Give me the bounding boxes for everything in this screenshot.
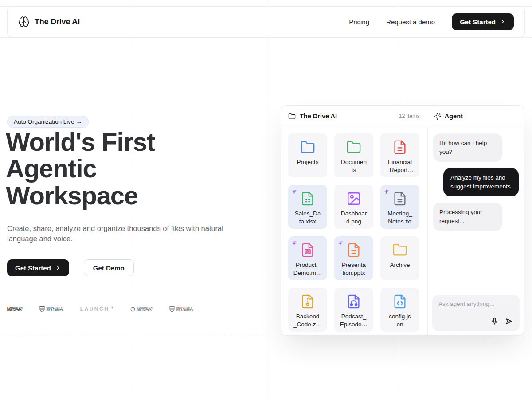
ai-sparkle-icon (292, 188, 297, 196)
hero-get-demo-label: Get Demo (93, 264, 125, 272)
shield-icon (39, 306, 45, 312)
file-tile[interactable]: Podcast_ Episode… (334, 288, 373, 332)
ai-sparkle-icon (338, 239, 343, 247)
file-text-icon (346, 242, 361, 258)
folder-icon (288, 113, 296, 120)
drive-panel-header: The Drive AI 12 items (281, 113, 427, 120)
folder-icon (346, 139, 361, 155)
agent-chat-panel: Hi! how can I help you?Analyze my files … (427, 127, 524, 335)
file-tile[interactable]: Presenta tion.pptx (334, 236, 373, 280)
file-label: Backend _Code.z… (293, 313, 322, 328)
circle-mark-icon (130, 307, 135, 312)
send-icon[interactable] (505, 317, 513, 325)
brand-name: The Drive AI (35, 17, 80, 27)
ai-sparkle-icon (292, 239, 297, 247)
nav-get-started-label: Get Started (460, 18, 496, 26)
nav-get-started-button[interactable]: Get Started (452, 13, 514, 30)
chat-input-icons (438, 317, 513, 325)
file-tile[interactable]: Meeting_ Notes.txt (380, 185, 419, 229)
hero-get-demo-button[interactable]: Get Demo (84, 259, 134, 276)
brain-logo-icon (18, 16, 30, 27)
agent-message-bubble: Processing your request... (433, 203, 502, 231)
drive-panel-title: The Drive AI (300, 113, 337, 120)
file-tile[interactable]: Sales_Da ta.xlsx (288, 185, 327, 229)
folder-icon (392, 242, 407, 258)
file-tile[interactable]: Backend _Code.z… (288, 288, 327, 332)
file-grid: ProjectsDocumen tsFinancial _Report…Sale… (288, 133, 419, 332)
hero-badge-label: Auto Organization Live → (14, 118, 82, 125)
agent-panel-header: Agent (427, 106, 524, 127)
file-tile[interactable]: Financial _Report… (380, 133, 419, 177)
user-message-bubble: Analyze my files and suggest improvement… (443, 168, 519, 196)
product-demo-card: The Drive AI 12 items Agent ProjectsDocu… (281, 105, 524, 336)
file-label: Sales_Da ta.xlsx (295, 210, 321, 225)
folder-icon (300, 139, 315, 155)
file-tile[interactable]: Product_ Demo.m… (288, 236, 327, 280)
sparkles-icon (434, 113, 441, 120)
file-label: Archive (390, 261, 410, 269)
partner-logo-university-of-alberta: UNIVERSITYOF ALBERTA (39, 306, 63, 312)
file-tile[interactable]: Dashboar d.png (334, 185, 373, 229)
chat-input-box[interactable] (432, 295, 520, 331)
file-label: Meeting_ Notes.txt (387, 210, 412, 225)
nav-links: Pricing Request a demo Get Started (349, 13, 514, 30)
agent-message-bubble: Hi! how can I help you? (433, 133, 502, 162)
nav-link-pricing[interactable]: Pricing (349, 18, 369, 26)
agent-input[interactable] (438, 301, 513, 307)
chat-messages: Hi! how can I help you?Analyze my files … (433, 133, 519, 231)
file-label: Product_ Demo.m… (293, 261, 322, 277)
chevron-right-icon (55, 265, 61, 271)
agent-panel-title: Agent (445, 113, 463, 120)
shield-icon (169, 306, 175, 312)
file-label: Dashboar d.png (341, 210, 367, 225)
partner-logo-launch: LAUNCH✦ (80, 306, 114, 312)
partner-text: UNLIMITED (7, 309, 23, 312)
partner-text: OF ALBERTA (47, 309, 63, 312)
file-code-icon (392, 293, 407, 309)
microphone-icon[interactable] (491, 317, 498, 325)
hero-get-started-label: Get Started (15, 264, 51, 272)
brand[interactable]: The Drive AI (18, 16, 80, 27)
hero-badge[interactable]: Auto Organization Live → (7, 116, 89, 128)
landing-page: The Drive AI Pricing Request a demo Get … (0, 0, 532, 399)
partner-text: OF ALBERTA (176, 309, 193, 312)
grid-guide-horizontal (0, 37, 532, 38)
hero-get-started-button[interactable]: Get Started (7, 259, 69, 276)
partner-logo-edmonton-unlimited: EDMONTONUNLIMITED (7, 306, 23, 312)
star-mark-icon: ✦ (111, 306, 113, 309)
file-label: Podcast_ Episode… (340, 313, 368, 328)
grid-guide-horizontal (0, 336, 532, 336)
file-text-icon (392, 139, 407, 155)
demo-header: The Drive AI 12 items Agent (281, 106, 524, 127)
partner-text: LAUNCH (80, 306, 110, 312)
image-icon (346, 191, 361, 207)
file-zip-icon (300, 293, 315, 309)
file-label: Presenta tion.pptx (342, 261, 366, 277)
nav-link-request-demo[interactable]: Request a demo (386, 18, 435, 26)
items-count: 12 items (399, 113, 420, 119)
file-audio-icon (346, 293, 361, 309)
hero-title: World's First Agentic Workspace (6, 129, 207, 209)
file-tile[interactable]: Documen ts (334, 133, 373, 177)
file-label: config.js on (389, 313, 411, 328)
file-label: Documen ts (341, 158, 367, 174)
hero-subtitle: Create, share, analyze and organize thou… (7, 223, 235, 244)
top-navbar: The Drive AI Pricing Request a demo Get … (7, 6, 525, 37)
hero-cta-row: Get Started Get Demo (7, 259, 134, 276)
partner-logo-university-of-alberta: UNIVERSITYOF ALBERTA (169, 306, 193, 312)
file-video-icon (300, 242, 315, 258)
file-text-icon (392, 191, 407, 207)
file-tile[interactable]: Projects (288, 133, 327, 177)
partner-logo-strip: EDMONTONUNLIMITED UNIVERSITYOF ALBERTA L… (7, 306, 193, 312)
grid-guide-vertical (266, 0, 266, 399)
partner-logo-edmonton-unlimited: EDMONTONUNLIMITED (130, 306, 153, 312)
file-label: Financial _Report… (386, 158, 414, 174)
file-label: Projects (297, 158, 319, 166)
partner-text: UNLIMITED (137, 309, 153, 312)
chevron-right-icon (500, 19, 506, 25)
file-tile[interactable]: Archive (380, 236, 419, 280)
ai-sparkle-icon (384, 188, 389, 196)
file-spreadsheet-icon (300, 191, 315, 207)
file-tile[interactable]: config.js on (380, 288, 419, 332)
